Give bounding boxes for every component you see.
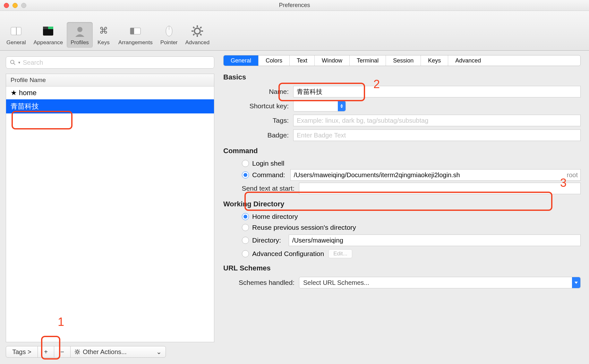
search-input[interactable] [23, 59, 210, 66]
profile-name-input[interactable] [293, 86, 581, 97]
directory-input[interactable] [289, 235, 581, 246]
command-radio[interactable] [242, 171, 249, 178]
directory-label: Directory: [252, 236, 281, 244]
tab-keys[interactable]: Keys [421, 55, 448, 66]
other-actions-button[interactable]: Other Actions... ⌄ [70, 346, 166, 358]
svg-line-30 [79, 350, 80, 351]
titlebar: Preferences [0, 0, 589, 11]
url-schemes-select[interactable]: Select URL Schemes... [299, 277, 581, 288]
tab-window[interactable]: Window [315, 55, 350, 66]
profile-item-home[interactable]: ★ home [6, 87, 214, 99]
edit-button[interactable]: Edit... [329, 249, 352, 258]
pointer-icon [162, 24, 176, 38]
profile-list: Profile Name ★ home 青苗科技 [6, 74, 214, 342]
tags-input[interactable] [293, 115, 581, 126]
directory-radio[interactable] [242, 237, 249, 244]
home-directory-radio[interactable] [242, 213, 249, 220]
svg-point-20 [11, 60, 14, 64]
profile-list-footer: Tags > + − Other Actions... ⌄ [6, 345, 214, 358]
profile-search[interactable]: ▾ [6, 56, 214, 69]
profiles-sidebar: ▾ Profile Name ★ home 青苗科技 Tags > + − Ot… [0, 51, 214, 364]
svg-point-22 [76, 351, 78, 353]
window-title: Preferences [0, 2, 589, 9]
svg-point-11 [194, 28, 200, 34]
svg-point-5 [77, 27, 82, 32]
profile-list-header: Profile Name [6, 74, 214, 87]
tags-button[interactable]: Tags > [6, 346, 38, 358]
profile-item-label: home [19, 89, 37, 97]
advanced-config-radio[interactable] [242, 250, 249, 257]
profile-tabs: General Colors Text Window Terminal Sess… [223, 55, 581, 66]
advanced-config-label: Advanced Configuration [252, 250, 324, 258]
chevron-updown-icon [338, 101, 346, 111]
command-suffix: root [564, 169, 581, 181]
svg-line-17 [200, 34, 201, 35]
shortcut-label: Shortcut key: [223, 102, 293, 110]
chevron-down-icon: ⌄ [156, 348, 162, 356]
badge-label: Badge: [223, 131, 293, 139]
command-input[interactable] [290, 169, 565, 181]
svg-text:⌘: ⌘ [99, 26, 108, 36]
name-label: Name: [223, 88, 293, 95]
search-icon [10, 60, 16, 65]
gear-icon [74, 349, 80, 355]
tab-colors[interactable]: Colors [259, 55, 290, 66]
shortcut-key-select[interactable] [293, 101, 346, 112]
schemes-handled-label: Schemes handled: [223, 279, 299, 286]
tab-terminal[interactable]: Terminal [350, 55, 386, 66]
chevron-down-icon [572, 277, 580, 288]
svg-rect-8 [130, 28, 134, 34]
home-directory-label: Home directory [252, 213, 298, 220]
profile-settings-panel: General Colors Text Window Terminal Sess… [214, 51, 589, 364]
tab-general[interactable]: General [224, 55, 259, 66]
toolbar-profiles[interactable]: Profiles [67, 22, 93, 48]
svg-line-28 [79, 353, 80, 354]
appearance-icon [41, 24, 55, 38]
command-label: Command: [252, 171, 285, 179]
keys-icon: ⌘ [97, 24, 111, 38]
profile-item-qingmiao[interactable]: 青苗科技 [6, 99, 214, 113]
toolbar-general[interactable]: General [3, 22, 30, 48]
reuse-session-radio[interactable] [242, 224, 249, 231]
svg-line-29 [75, 353, 76, 354]
plus-icon: + [44, 348, 48, 356]
toolbar-arrangements[interactable]: Arrangements [115, 22, 157, 48]
profile-item-label: 青苗科技 [11, 102, 39, 111]
send-text-label: Send text at start: [223, 185, 299, 192]
remove-profile-button[interactable]: − [54, 346, 71, 358]
toolbar-appearance[interactable]: Appearance [30, 22, 67, 48]
chevron-down-icon: ▾ [18, 60, 20, 65]
star-icon: ★ [11, 89, 17, 97]
tab-session[interactable]: Session [386, 55, 421, 66]
working-directory-section: Working Directory Home directory Reuse p… [223, 200, 581, 261]
tab-text[interactable]: Text [290, 55, 315, 66]
arrangements-icon [128, 24, 142, 38]
tags-label: Tags: [223, 117, 293, 124]
svg-line-27 [75, 350, 76, 351]
login-shell-label: Login shell [252, 160, 284, 167]
reuse-session-label: Reuse previous session's directory [252, 224, 356, 231]
svg-line-16 [193, 27, 194, 28]
command-section: Command Login shell Command: root Send t… [223, 147, 581, 197]
advanced-gear-icon [190, 24, 204, 38]
url-schemes-section: URL Schemes Schemes handled: Select URL … [223, 264, 581, 292]
minus-icon: − [60, 348, 64, 356]
profiles-icon [73, 24, 87, 38]
tab-advanced[interactable]: Advanced [448, 55, 488, 66]
preferences-toolbar: General Appearance Profiles ⌘ Keys Arran… [0, 11, 589, 51]
toolbar-pointer[interactable]: Pointer [157, 22, 182, 48]
toolbar-keys[interactable]: ⌘ Keys [93, 22, 115, 48]
toolbar-advanced[interactable]: Advanced [182, 22, 214, 48]
send-text-input[interactable] [299, 183, 581, 194]
general-icon [9, 24, 23, 38]
badge-input[interactable] [293, 129, 581, 141]
svg-line-21 [14, 63, 15, 65]
login-shell-radio[interactable] [242, 160, 249, 167]
basics-section: Basics Name: Shortcut key: Tags: Badge: [223, 73, 581, 144]
svg-rect-4 [43, 27, 48, 29]
svg-line-18 [193, 34, 194, 35]
add-profile-button[interactable]: + [38, 346, 54, 358]
svg-rect-1 [16, 27, 17, 35]
svg-line-19 [200, 27, 201, 28]
